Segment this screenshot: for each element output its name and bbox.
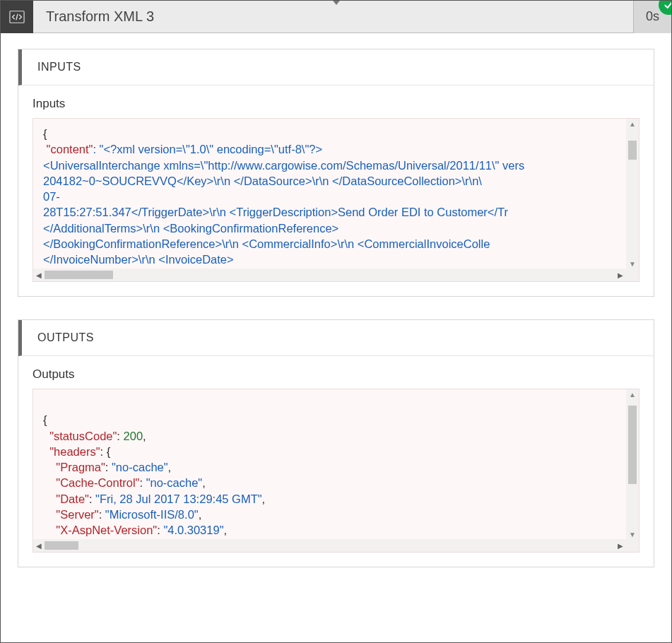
vertical-scrollbar[interactable]: ▲ ▼ — [626, 389, 639, 539]
outputs-panel-header: OUTPUTS — [18, 320, 654, 356]
json-value: </InvoiceNumber>\r\n <InvoiceDate> — [43, 253, 234, 266]
outputs-panel: OUTPUTS Outputs { "statusCode": 200, "he… — [18, 319, 654, 567]
json-value: "no-cache" — [112, 461, 168, 473]
json-key: "content" — [47, 143, 93, 155]
inputs-code-content[interactable]: { "content": "<?xml version=\"1.0\" enco… — [33, 119, 639, 269]
horizontal-scrollbar[interactable]: ◀ ▶ — [33, 539, 626, 552]
inputs-panel-header: INPUTS — [18, 49, 654, 85]
json-value: 28T15:27:51.347</TriggerDate>\r\n <Trigg… — [43, 206, 508, 218]
json-key: "Cache-Control" — [56, 476, 139, 489]
horizontal-scrollbar[interactable]: ◀ ▶ — [33, 269, 626, 281]
action-header: Transform XML 3 0s — [1, 1, 671, 33]
json-brace: { — [43, 413, 47, 426]
outputs-label: Outputs — [33, 367, 639, 382]
svg-line-1 — [16, 14, 18, 19]
vertical-scrollbar[interactable]: ▲ ▼ — [626, 119, 639, 269]
scroll-thumb[interactable] — [45, 541, 78, 550]
json-key: "Pragma" — [56, 461, 105, 473]
scroll-right-icon[interactable]: ▶ — [615, 539, 626, 552]
scroll-thumb[interactable] — [45, 271, 113, 279]
inputs-panel: INPUTS Inputs { "content": "<?xml versio… — [18, 49, 654, 297]
scroll-up-icon[interactable]: ▲ — [626, 119, 639, 129]
scroll-thumb[interactable] — [628, 141, 637, 160]
scroll-track[interactable] — [45, 271, 615, 279]
json-key: "Date" — [56, 492, 89, 505]
inputs-code-box[interactable]: { "content": "<?xml version=\"1.0\" enco… — [33, 118, 639, 282]
json-value: </BookingConfirmationReference>\r\n <Com… — [43, 237, 490, 250]
json-key: "statusCode" — [49, 430, 117, 442]
outputs-code-content[interactable]: { "statusCode": 200, "headers": { "Pragm… — [33, 389, 639, 539]
collapse-arrow-icon — [331, 0, 342, 5]
code-icon — [9, 9, 25, 25]
json-brace: { — [43, 127, 47, 140]
scroll-track[interactable] — [628, 399, 637, 529]
scroll-thumb[interactable] — [628, 406, 637, 483]
json-key: "headers" — [49, 445, 100, 458]
scroll-track[interactable] — [45, 541, 615, 550]
action-body: INPUTS Inputs { "content": "<?xml versio… — [1, 33, 671, 642]
json-value: "Microsoft-IIS/8.0" — [105, 508, 199, 521]
scroll-track[interactable] — [628, 129, 637, 259]
scroll-left-icon[interactable]: ◀ — [33, 269, 45, 281]
json-value: : "<?xml version=\"1.0\" encoding=\"utf-… — [93, 143, 322, 155]
inputs-label: Inputs — [33, 97, 639, 111]
scroll-right-icon[interactable]: ▶ — [615, 269, 626, 281]
scroll-left-icon[interactable]: ◀ — [33, 539, 45, 552]
check-icon — [663, 0, 672, 11]
json-value: "Fri, 28 Jul 2017 13:29:45 GMT" — [95, 492, 262, 505]
scroll-down-icon[interactable]: ▼ — [626, 259, 639, 269]
json-value: </AdditionalTerms>\r\n <BookingConfirmat… — [43, 222, 338, 235]
action-title: Transform XML 3 — [33, 8, 633, 25]
json-value: 200 — [124, 430, 143, 442]
scroll-up-icon[interactable]: ▲ — [626, 389, 639, 399]
action-icon-box — [1, 1, 33, 33]
scroll-down-icon[interactable]: ▼ — [626, 529, 639, 539]
json-value: 204182~0~SOUCREVVQ</Key>\r\n </DataSourc… — [43, 175, 482, 187]
json-value: "4.0.30319" — [163, 524, 223, 536]
json-value: <UniversalInterchange xmlns=\"http://www… — [43, 159, 524, 172]
outputs-panel-body: Outputs { "statusCode": 200, "headers": … — [18, 356, 654, 567]
json-key: "Server" — [56, 508, 98, 521]
inputs-panel-body: Inputs { "content": "<?xml version=\"1.0… — [18, 85, 654, 296]
scroll-corner — [626, 269, 639, 281]
scroll-corner — [626, 539, 639, 552]
json-value: 07- — [43, 190, 60, 203]
json-value: "no-cache" — [146, 476, 203, 489]
json-key: "X-AspNet-Version" — [56, 524, 157, 536]
outputs-code-box[interactable]: { "statusCode": 200, "headers": { "Pragm… — [33, 389, 639, 553]
